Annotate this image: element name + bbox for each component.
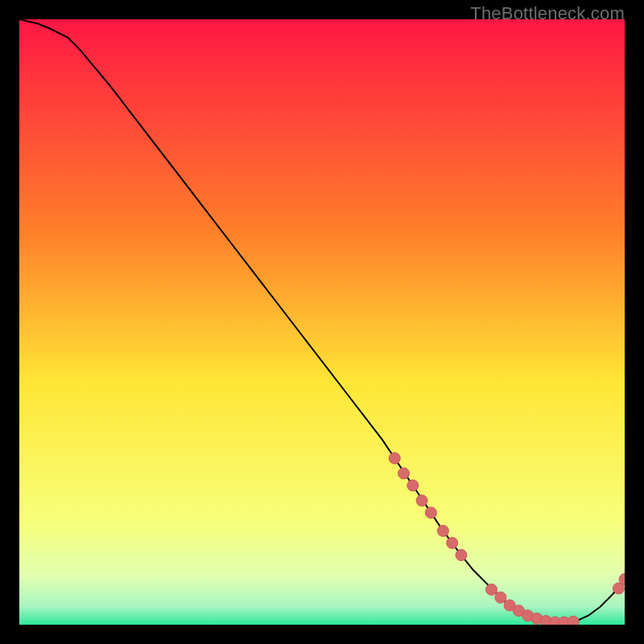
- chart-svg: [19, 19, 625, 625]
- data-marker: [407, 480, 419, 491]
- data-marker: [447, 537, 458, 548]
- data-marker: [495, 592, 506, 603]
- data-marker: [486, 584, 497, 595]
- data-marker: [425, 507, 436, 518]
- data-marker: [456, 550, 467, 561]
- data-marker: [437, 525, 448, 536]
- data-marker: [398, 468, 410, 479]
- gradient-background: [19, 19, 625, 625]
- chart-frame: TheBottleneck.com: [0, 0, 644, 644]
- plot-area: [19, 19, 625, 625]
- data-marker: [389, 452, 400, 464]
- data-marker: [416, 495, 427, 506]
- data-marker: [568, 616, 579, 625]
